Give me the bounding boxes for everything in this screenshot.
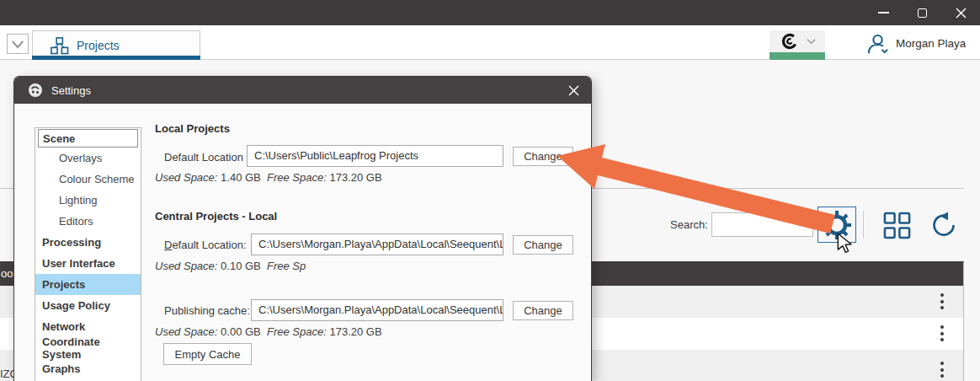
close-icon [568, 85, 579, 96]
close-icon [956, 8, 967, 19]
connection-badge[interactable] [770, 30, 825, 52]
sidebar-item-scene[interactable]: Scene [38, 129, 138, 148]
maximize-icon [918, 8, 927, 18]
settings-dialog: Settings Scene Overlays Colour Scheme Li… [13, 76, 592, 381]
publishing-cache-label: Publishing cache: [164, 304, 250, 317]
maximize-button[interactable] [908, 0, 936, 25]
dialog-title: Settings [51, 84, 91, 97]
settings-category-list: Scene Overlays Colour Scheme Lighting Ed… [35, 127, 141, 381]
sidebar-item-coordinate-system[interactable]: Coordinate System [35, 337, 141, 358]
sidebar-item-processing[interactable]: Processing [35, 232, 141, 253]
close-button[interactable] [946, 0, 975, 25]
toolbar-separator [863, 211, 864, 239]
section-heading-central-projects: Central Projects - Local [155, 210, 277, 223]
section-heading-local-projects: Local Projects [155, 122, 230, 135]
minimize-icon [878, 12, 889, 13]
sidebar-item-projects[interactable]: Projects [35, 274, 141, 295]
projects-cubes-icon [50, 36, 69, 56]
minimize-button[interactable] [869, 0, 897, 25]
chevron-down-icon [11, 40, 24, 49]
chevron-down-icon [807, 38, 816, 45]
seequent-c-logo [780, 31, 800, 51]
app-window: Projects Morgan Playa Search: [0, 0, 980, 381]
usage-line: Used Space: 1.40 GB Free Space: 173.20 G… [155, 171, 382, 184]
default-location-label: Default Location: [164, 239, 247, 251]
search-label: Search: [670, 218, 708, 231]
refresh-button[interactable] [929, 210, 959, 240]
default-location-field[interactable]: C:\Users\Morgan.Playa\AppData\Local\Seeq… [251, 233, 503, 255]
sidebar-item-graphs[interactable]: Graphs [35, 358, 141, 379]
default-location-field[interactable]: C:\Users\Public\Leapfrog Projects [247, 145, 503, 167]
sidebar-item-colour-scheme[interactable]: Colour Scheme [35, 169, 141, 190]
change-button[interactable]: Change [513, 235, 573, 255]
search-input[interactable] [711, 212, 813, 237]
tab-active-underline [32, 56, 200, 60]
row-menu-button[interactable] [940, 325, 944, 341]
refresh-icon [929, 210, 959, 240]
user-icon [865, 32, 890, 56]
layout-grid-button[interactable] [883, 212, 911, 239]
row-menu-button[interactable] [940, 293, 944, 309]
publishing-cache-field[interactable]: C:\Users\Morgan.Playa\AppData\Local\Seeq… [251, 299, 503, 321]
sidebar-item-usage-policy[interactable]: Usage Policy [35, 295, 141, 316]
user-name: Morgan Playa [896, 37, 966, 50]
usage-line: Used Space: 0.00 GB Free Space: 173.20 G… [155, 325, 382, 338]
sidebar-item-lighting[interactable]: Lighting [35, 190, 141, 211]
window-titlebar [0, 0, 980, 25]
row-menu-button[interactable] [940, 362, 944, 378]
sidebar-item-network[interactable]: Network [35, 316, 141, 337]
tab-bar: Projects Morgan Playa [0, 25, 980, 60]
sidebar-item-user-interface[interactable]: User Interface [35, 253, 141, 274]
dialog-close-button[interactable] [564, 82, 583, 99]
grid-icon [883, 212, 911, 239]
empty-cache-button[interactable]: Empty Cache [163, 343, 252, 365]
usage-line: Used Space: 0.10 GB Free Sp [155, 260, 306, 272]
tab-label: Projects [77, 39, 120, 52]
tab-overflow-button[interactable] [7, 34, 29, 54]
dialog-titlebar[interactable]: Settings [14, 77, 591, 104]
change-button[interactable]: Change [513, 301, 573, 320]
mouse-cursor [835, 233, 855, 255]
sidebar-item-overlays[interactable]: Overlays [35, 148, 141, 169]
table-right-edge [963, 262, 964, 381]
leapfrog-app-icon [28, 83, 43, 98]
change-button[interactable]: Change [513, 147, 573, 166]
default-location-label: Default Location [164, 151, 243, 164]
sidebar-item-editors[interactable]: Editors [35, 211, 141, 232]
badge-status-bar [770, 52, 825, 60]
user-menu[interactable] [865, 32, 890, 56]
